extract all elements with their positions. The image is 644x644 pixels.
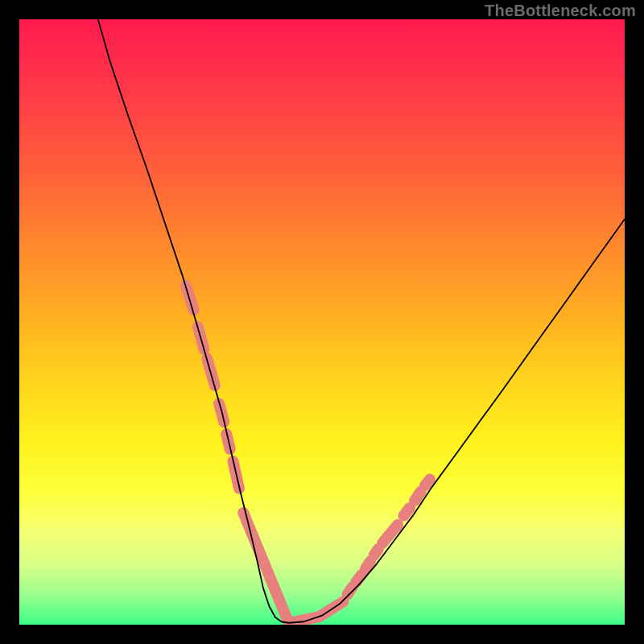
chart-frame: TheBottleneck.com <box>0 0 644 644</box>
marker-segments <box>186 286 430 623</box>
marker-segment <box>356 575 362 583</box>
marker-segment <box>365 561 370 568</box>
marker-segment <box>207 358 215 386</box>
marker-segment <box>289 617 320 623</box>
marker-segment <box>348 587 353 594</box>
marker-segment <box>226 434 230 449</box>
marker-segment <box>198 327 204 349</box>
marker-segment <box>243 513 288 623</box>
marker-segment <box>186 286 194 310</box>
watermark-text: TheBottleneck.com <box>485 2 636 20</box>
curve-overlay <box>19 19 625 625</box>
marker-segment <box>425 480 430 486</box>
marker-segment <box>374 549 378 555</box>
marker-segment <box>415 492 421 501</box>
marker-segment <box>219 404 224 423</box>
marker-segment <box>382 525 398 543</box>
marker-segment <box>404 508 411 516</box>
marker-segment <box>319 601 343 617</box>
plot-area <box>19 19 625 625</box>
marker-segment <box>233 461 239 489</box>
bottleneck-curve <box>98 19 625 623</box>
